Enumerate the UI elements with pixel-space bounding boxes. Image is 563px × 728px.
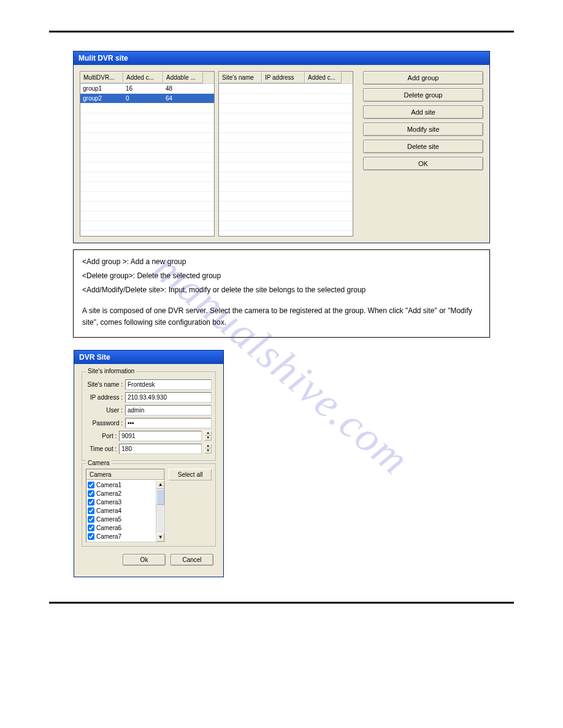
- camera-checkbox[interactable]: [88, 516, 94, 523]
- ip-input[interactable]: [125, 392, 212, 403]
- page-top-rule: [49, 31, 514, 32]
- dvr-site-titlebar: DVR Site: [74, 351, 223, 364]
- camera-checkbox[interactable]: [88, 499, 94, 506]
- table-row-empty: [219, 153, 353, 162]
- camera-list-item[interactable]: Camera4: [88, 507, 163, 515]
- cancel-button[interactable]: Cancel: [170, 554, 213, 566]
- table-row-empty: [219, 192, 353, 202]
- camera-list-item[interactable]: Camera6: [88, 524, 163, 533]
- site-info-legend: Site's information: [86, 368, 136, 374]
- table-row-empty: [80, 113, 214, 123]
- table-row-empty: [219, 162, 353, 172]
- site-name-input[interactable]: [125, 379, 212, 390]
- table-row[interactable]: group2064: [80, 94, 214, 104]
- camera-checkbox[interactable]: [88, 507, 94, 514]
- camera-scrollbar[interactable]: ▲ ▼: [156, 480, 164, 542]
- table-row-empty: [219, 84, 353, 94]
- add-group-button[interactable]: Add group: [363, 71, 483, 85]
- port-label: Port :: [86, 433, 117, 439]
- table-row-empty: [80, 211, 214, 221]
- site-listview[interactable]: Site's nameIP addressAdded c...: [218, 71, 353, 237]
- timeout-spinner[interactable]: ▲ ▼: [204, 444, 212, 453]
- table-row-empty: [80, 182, 214, 192]
- table-row-empty: [219, 94, 353, 104]
- camera-legend: Camera: [86, 460, 112, 466]
- column-header[interactable]: Added c...: [305, 72, 342, 83]
- table-row-empty: [219, 123, 353, 133]
- scroll-up-icon[interactable]: ▲: [156, 480, 164, 489]
- camera-list-item[interactable]: Camera7: [88, 533, 163, 541]
- table-row-empty: [219, 221, 353, 231]
- camera-checkbox[interactable]: [88, 490, 94, 497]
- table-cell: 48: [163, 84, 203, 93]
- table-cell: 64: [163, 94, 203, 103]
- spin-up-icon[interactable]: ▲: [204, 444, 212, 449]
- password-input[interactable]: [125, 418, 212, 428]
- port-input[interactable]: [119, 431, 202, 441]
- ok-button[interactable]: Ok: [123, 554, 166, 566]
- description-box: <Add group >: Add a new group<Delete gro…: [73, 249, 490, 338]
- mulit-dvr-window: Mulit DVR site MultiDVR...Added c...Adda…: [73, 51, 490, 243]
- table-row-empty: [219, 182, 353, 192]
- camera-checkbox[interactable]: [88, 525, 94, 531]
- timeout-input[interactable]: [119, 444, 202, 454]
- camera-list-header[interactable]: Camera: [86, 469, 164, 480]
- scroll-thumb[interactable]: [156, 489, 164, 505]
- column-header[interactable]: Addable ...: [163, 72, 203, 83]
- select-all-button[interactable]: Select all: [169, 469, 212, 480]
- table-row-empty: [219, 113, 353, 123]
- camera-listbox[interactable]: Camera Camera1Camera2Camera3Camera4Camer…: [86, 469, 165, 542]
- password-label: Password :: [86, 420, 123, 427]
- user-input[interactable]: [125, 405, 212, 415]
- camera-list-item[interactable]: Camera3: [88, 498, 163, 507]
- camera-list-item[interactable]: Camera5: [88, 515, 163, 524]
- table-cell: 16: [123, 84, 163, 93]
- table-cell: 0: [123, 94, 163, 103]
- table-row-empty: [80, 123, 214, 133]
- camera-checkbox[interactable]: [88, 533, 94, 540]
- column-header[interactable]: IP address: [262, 72, 305, 83]
- column-header[interactable]: Added c...: [123, 72, 163, 83]
- scroll-down-icon[interactable]: ▼: [156, 533, 164, 542]
- camera-list-item[interactable]: Camera1: [88, 481, 163, 490]
- description-flow: A site is composed of one DVR server. Se…: [82, 305, 481, 328]
- column-header[interactable]: MultiDVR...: [80, 72, 123, 83]
- camera-list-item[interactable]: Camera2: [88, 490, 163, 498]
- spin-up-icon[interactable]: ▲: [204, 431, 212, 436]
- group-listview[interactable]: MultiDVR...Added c...Addable ... group11…: [80, 71, 215, 237]
- camera-checkbox[interactable]: [88, 482, 94, 488]
- ok-button[interactable]: OK: [363, 157, 483, 170]
- mulit-dvr-titlebar: Mulit DVR site: [74, 51, 489, 65]
- delete-group-button[interactable]: Delete group: [363, 88, 483, 102]
- ip-label: IP address :: [86, 394, 123, 401]
- table-row-empty: [80, 133, 214, 143]
- table-row-empty: [80, 172, 214, 182]
- dvr-site-window: DVR Site Site's information Site's name …: [74, 350, 224, 577]
- table-row-empty: [80, 202, 214, 211]
- table-row-empty: [219, 231, 353, 237]
- camera-item-label: Camera1: [96, 482, 121, 488]
- camera-item-label: Camera3: [96, 499, 121, 506]
- table-row-empty: [80, 192, 214, 202]
- camera-groupbox: Camera Camera Camera1Camera2Camera3Camer…: [82, 463, 216, 547]
- table-row-empty: [219, 211, 353, 221]
- spin-down-icon[interactable]: ▼: [204, 449, 212, 453]
- add-site-button[interactable]: Add site: [363, 105, 483, 119]
- description-line: <Add group >: Add a new group: [82, 256, 481, 268]
- timeout-label: Time out :: [86, 446, 117, 452]
- modify-site-button[interactable]: Modify site: [363, 123, 483, 136]
- site-info-groupbox: Site's information Site's name : IP addr…: [82, 371, 216, 461]
- table-row-empty: [219, 133, 353, 143]
- camera-item-label: Camera2: [96, 490, 121, 497]
- camera-item-label: Camera7: [96, 533, 121, 540]
- port-spinner[interactable]: ▲ ▼: [204, 431, 212, 441]
- delete-site-button[interactable]: Delete site: [363, 140, 483, 153]
- camera-item-label: Camera4: [96, 507, 121, 514]
- spin-down-icon[interactable]: ▼: [204, 436, 212, 441]
- table-row-empty: [80, 162, 214, 172]
- description-line: <Delete group>: Delete the selected grou…: [82, 270, 481, 282]
- table-row-empty: [80, 153, 214, 162]
- table-row-empty: [80, 221, 214, 231]
- table-row[interactable]: group11648: [80, 84, 214, 94]
- column-header[interactable]: Site's name: [219, 72, 262, 83]
